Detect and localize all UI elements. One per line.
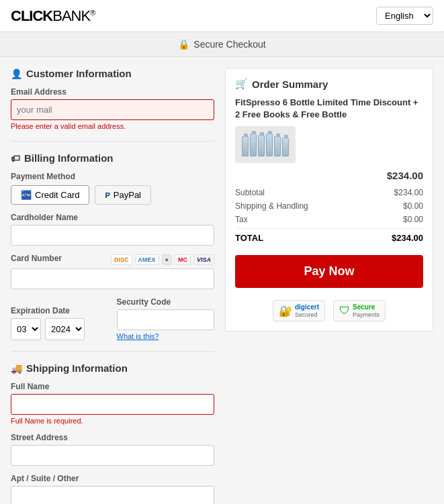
person-icon: 👤 xyxy=(11,68,22,79)
email-input[interactable] xyxy=(11,99,214,120)
divider-2 xyxy=(11,351,214,352)
email-error-message: Please enter a valid email address. xyxy=(11,122,214,130)
cardholder-name-label: Cardholder Name xyxy=(11,213,214,222)
shipping-row: Shipping & Handling $0.00 xyxy=(235,201,423,211)
full-name-error-message: Full Name is required. xyxy=(11,417,214,425)
apt-label: Apt / Suite / Other xyxy=(11,474,214,483)
left-column: 👤 Customer Information Email Address Ple… xyxy=(11,68,225,504)
secure-checkout-label: Secure Checkout xyxy=(193,39,265,50)
product-name: FitSpresso 6 Bottle Limited Time Discoun… xyxy=(235,97,423,121)
full-name-label: Full Name xyxy=(11,382,214,391)
mastercard-icon: MC xyxy=(175,254,191,265)
bottle-6 xyxy=(282,138,289,156)
full-name-input[interactable] xyxy=(11,394,214,415)
trust-badges: 🔐 digicert Secured 🛡 Secure Payments xyxy=(235,300,423,321)
total-row: TOTAL $234.00 xyxy=(235,228,423,243)
paypal-button[interactable]: P PayPal xyxy=(95,185,151,205)
bottle-1 xyxy=(242,136,249,156)
expiration-date-group: Expiration Date 01020304 05060708 091011… xyxy=(11,306,109,340)
digicert-label: digicert Secured xyxy=(295,303,319,318)
product-image xyxy=(235,126,296,163)
order-summary-box: 🛒 Order Summary FitSpresso 6 Bottle Limi… xyxy=(225,68,433,332)
paypal-icon: P xyxy=(105,191,109,199)
card-icons: DISC AMEX ● MC VISA xyxy=(111,254,214,265)
right-column: 🛒 Order Summary FitSpresso 6 Bottle Limi… xyxy=(225,68,433,332)
cardholder-name-group: Cardholder Name xyxy=(11,213,214,246)
card-number-group: Card Number DISC AMEX ● MC VISA xyxy=(11,254,214,289)
bottle-4 xyxy=(266,134,273,156)
card-number-label: Card Number xyxy=(11,254,62,263)
bottle-2 xyxy=(250,134,257,156)
shield-icon: 🛡 xyxy=(339,305,350,317)
security-code-input[interactable] xyxy=(117,309,215,330)
expiry-month-select[interactable]: 01020304 05060708 09101112 xyxy=(11,318,41,340)
payment-method-group: Payment Method 🏧 Credit Card P PayPal xyxy=(11,172,214,205)
expiry-security-group: Expiration Date 01020304 05060708 091011… xyxy=(11,297,214,340)
order-summary-title: 🛒 Order Summary xyxy=(235,78,423,90)
bottle-group xyxy=(242,134,289,156)
amex-icon: AMEX xyxy=(135,254,159,265)
full-name-group: Full Name Full Name is required. xyxy=(11,382,214,425)
email-field-group: Email Address Please enter a valid email… xyxy=(11,87,214,130)
credit-card-icon: 🏧 xyxy=(21,190,32,200)
price-main: $234.00 xyxy=(235,170,423,181)
visa-icon: VISA xyxy=(193,254,214,265)
payment-method-label: Payment Method xyxy=(11,172,214,181)
card-number-input[interactable] xyxy=(11,268,214,289)
discover-icon: DISC xyxy=(111,254,132,265)
email-label: Email Address xyxy=(11,87,214,97)
street-address-group: Street Address xyxy=(11,433,214,466)
tag-icon: 🏷 xyxy=(11,153,20,164)
subtotal-row: Subtotal $234.00 xyxy=(235,188,423,197)
bottle-3 xyxy=(258,135,265,156)
circle-icon: ● xyxy=(162,254,172,265)
apt-input[interactable] xyxy=(11,486,214,504)
security-code-group: Security Code What is this? xyxy=(117,297,215,340)
top-bar: CLICKBANK® English Spanish French xyxy=(0,0,444,32)
truck-icon: 🚚 xyxy=(11,363,22,374)
language-select[interactable]: English Spanish French xyxy=(376,7,433,25)
secure-checkout-bar: 🔒 Secure Checkout xyxy=(0,32,444,57)
digicert-icon: 🔐 xyxy=(279,305,292,317)
secure-payments-label: Secure Payments xyxy=(353,303,380,318)
apt-group: Apt / Suite / Other xyxy=(11,474,214,504)
secure-payments-badge: 🛡 Secure Payments xyxy=(333,300,386,321)
payment-buttons: 🏧 Credit Card P PayPal xyxy=(11,185,214,205)
shipping-info-section-title: 🚚 Shipping Information xyxy=(11,362,214,374)
customer-info-section-title: 👤 Customer Information xyxy=(11,68,214,79)
security-code-label: Security Code xyxy=(117,297,215,307)
street-address-label: Street Address xyxy=(11,433,214,442)
cardholder-name-input[interactable] xyxy=(11,225,214,246)
bottle-5 xyxy=(274,136,281,156)
billing-info-section-title: 🏷 Billing Information xyxy=(11,152,214,164)
credit-card-button[interactable]: 🏧 Credit Card xyxy=(11,185,89,205)
lock-icon: 🔒 xyxy=(178,39,189,50)
what-is-this-link[interactable]: What is this? xyxy=(117,332,215,340)
expiration-date-label: Expiration Date xyxy=(11,306,109,315)
pay-now-button[interactable]: Pay Now xyxy=(235,255,423,288)
logo: CLICKBANK® xyxy=(11,7,95,25)
street-address-input[interactable] xyxy=(11,445,214,466)
divider-1 xyxy=(11,141,214,142)
cart-icon: 🛒 xyxy=(235,78,248,90)
digicert-badge: 🔐 digicert Secured xyxy=(273,300,325,321)
expiry-year-select[interactable]: 202420252026 2027202820292030 xyxy=(45,318,85,340)
tax-row: Tax $0.00 xyxy=(235,215,423,224)
